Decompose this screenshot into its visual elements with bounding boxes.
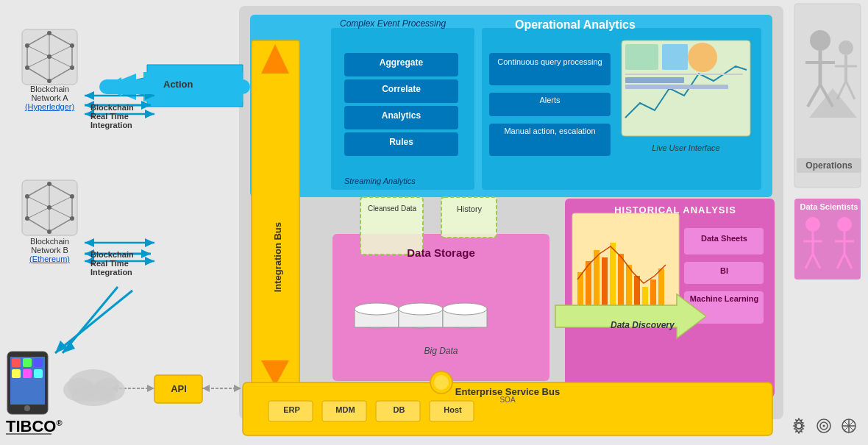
esb-host: Host: [432, 405, 474, 414]
history-label: History: [444, 204, 495, 213]
main-diagram: Complex Event Processing Aggregate Corre…: [0, 0, 868, 445]
cep-rules: Rules: [344, 137, 458, 147]
svg-rect-47: [650, 280, 656, 305]
svg-point-121: [25, 65, 29, 70]
tibco-logo: TIBCO®: [6, 417, 63, 436]
svg-rect-112: [22, 29, 77, 85]
integration-bus-label: Integration Bus: [254, 184, 302, 331]
svg-rect-76: [7, 352, 48, 414]
svg-rect-54: [399, 309, 443, 327]
svg-point-56: [443, 316, 487, 328]
svg-line-105: [805, 254, 813, 268]
svg-rect-42: [610, 243, 616, 305]
svg-line-111: [844, 254, 852, 268]
svg-line-106: [813, 254, 820, 268]
svg-rect-44: [626, 265, 632, 305]
svg-line-92: [808, 85, 820, 107]
svg-rect-40: [594, 250, 600, 305]
svg-marker-75: [202, 385, 210, 392]
svg-rect-16: [625, 77, 684, 83]
svg-point-153: [796, 423, 802, 429]
esb-mdm: MDM: [324, 405, 366, 414]
svg-rect-38: [577, 272, 583, 305]
svg-marker-20: [261, 360, 289, 386]
svg-rect-124: [22, 180, 77, 235]
svg-point-86: [63, 378, 96, 402]
svg-rect-37: [572, 213, 679, 309]
streaming-analytics-label: Streaming Analytics: [344, 177, 416, 185]
svg-marker-74: [234, 385, 241, 392]
svg-line-116: [27, 46, 72, 68]
svg-point-94: [839, 40, 853, 55]
svg-line-115: [27, 46, 72, 68]
svg-point-107: [837, 217, 852, 232]
esb-subtitle: SOA: [243, 396, 772, 404]
svg-rect-78: [12, 358, 21, 367]
svg-point-120: [47, 79, 51, 83]
svg-point-156: [823, 425, 825, 427]
oa-alerts: Alerts: [489, 96, 611, 104]
svg-rect-12: [625, 44, 658, 70]
cep-correlate: Correlate: [344, 84, 458, 94]
svg-rect-7: [482, 28, 761, 190]
svg-point-55: [399, 303, 443, 315]
svg-marker-149: [55, 341, 68, 353]
svg-rect-83: [34, 369, 43, 378]
data-discovery-label: Data Discovery: [611, 320, 675, 330]
svg-marker-61: [555, 294, 706, 338]
svg-rect-81: [12, 369, 21, 378]
settings-icons-group: [791, 418, 857, 434]
oa-manual-action: Manual action, escalation: [489, 127, 611, 135]
live-ui-label: Live User Interface: [622, 143, 750, 152]
hist-bi: BI: [686, 266, 763, 275]
operations-label: Operations: [797, 158, 861, 173]
svg-rect-11: [622, 40, 750, 136]
svg-rect-2: [331, 28, 474, 190]
svg-point-50: [355, 316, 399, 328]
svg-point-85: [68, 369, 119, 402]
svg-marker-113: [27, 33, 72, 81]
svg-marker-71: [110, 385, 118, 392]
svg-line-110: [837, 254, 844, 268]
svg-point-102: [805, 217, 820, 232]
svg-point-88: [71, 385, 115, 406]
esb-erp: ERP: [271, 405, 313, 414]
svg-line-98: [846, 81, 855, 99]
svg-point-132: [47, 229, 51, 234]
svg-line-127: [27, 196, 72, 218]
svg-marker-138: [145, 91, 154, 100]
hist-ml: Machine Learning: [686, 294, 763, 303]
svg-rect-82: [23, 369, 32, 378]
blockchain-b-integration: Blockchain Real Time Integration: [90, 250, 149, 277]
svg-point-131: [70, 216, 74, 221]
svg-point-130: [70, 194, 74, 199]
svg-point-134: [25, 194, 29, 199]
svg-marker-125: [27, 184, 72, 232]
svg-point-135: [47, 205, 51, 210]
target-icon: [816, 418, 832, 434]
svg-rect-15: [625, 74, 743, 75]
compass-icon: [841, 418, 857, 434]
svg-marker-144: [145, 238, 154, 247]
svg-rect-79: [23, 358, 32, 367]
svg-marker-72: [147, 385, 154, 392]
svg-point-129: [47, 182, 51, 186]
big-data-label: Big Data: [332, 346, 549, 356]
hist-data-sheets: Data Sheets: [686, 234, 763, 243]
svg-line-97: [837, 81, 846, 99]
svg-point-87: [93, 378, 125, 402]
svg-rect-39: [586, 261, 591, 305]
cep-aggregate: Aggregate: [344, 57, 458, 68]
svg-rect-41: [602, 257, 608, 305]
svg-rect-60: [441, 197, 497, 238]
data-storage-title: Data Storage: [332, 246, 549, 259]
svg-point-123: [47, 54, 51, 59]
svg-rect-57: [443, 309, 487, 327]
svg-rect-43: [618, 254, 624, 305]
svg-rect-17: [625, 85, 728, 89]
gear-icon: [791, 418, 807, 434]
svg-marker-137: [85, 91, 94, 100]
svg-point-117: [47, 31, 51, 35]
svg-point-84: [24, 405, 30, 411]
svg-marker-143: [85, 238, 94, 247]
